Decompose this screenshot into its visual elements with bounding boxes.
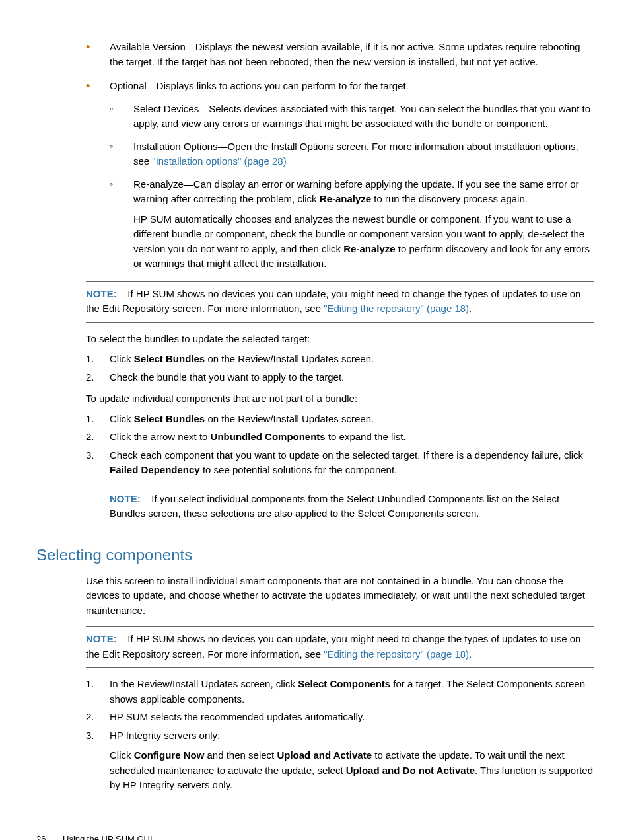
list-item: 2.Click the arrow next to Unbundled Comp… — [86, 430, 594, 445]
bold-text: Unbundled Components — [211, 431, 326, 442]
bold-text: Re-analyze — [343, 243, 395, 254]
list-number: 3. — [86, 728, 94, 744]
bullet-text: to run the discovery process again. — [371, 193, 528, 204]
list-item: 1.Click Select Bundles on the Review/Ins… — [86, 352, 594, 367]
bullet-text: Optional—Displays links to actions you c… — [110, 80, 409, 91]
paragraph: To select the bundles to update the sele… — [86, 332, 594, 347]
list-item: 2.Check the bundle that you want to appl… — [86, 370, 594, 385]
bold-text: Select Bundles — [134, 353, 205, 364]
text: In the Review/Install Updates screen, cl… — [110, 678, 298, 689]
bold-text: Re-analyze — [320, 193, 371, 204]
note-text: . — [469, 648, 472, 660]
text: HP Integrity servers only: — [110, 730, 220, 741]
note-text: . — [469, 303, 472, 314]
text: Check the bundle that you want to apply … — [110, 371, 344, 383]
list-item: 3.HP Integrity servers only: Click Confi… — [86, 728, 594, 793]
link-install-options[interactable]: "Installation options" (page 28) — [152, 155, 286, 167]
bold-text: Upload and Activate — [277, 749, 372, 761]
bullet-install-options: Installation Options—Open the Install Op… — [110, 139, 594, 169]
bullet-available-version: Available Version—Displays the newest ve… — [86, 40, 594, 69]
list-number: 1. — [86, 677, 94, 692]
text: Click the arrow next to — [110, 431, 211, 442]
bullet-optional: Optional—Displays links to actions you c… — [86, 79, 594, 272]
note-box: NOTE: If you select individual component… — [110, 486, 594, 527]
ordered-list-select-components: 1.In the Review/Install Updates screen, … — [86, 677, 594, 793]
text: and then select — [204, 749, 277, 761]
list-item: 3.Check each component that you want to … — [86, 448, 594, 478]
list-item: 1.Click Select Bundles on the Review/Ins… — [86, 412, 594, 427]
bold-text: Select Bundles — [134, 413, 205, 424]
text: Click — [110, 749, 134, 761]
bullet-select-devices: Select Devices—Selects devices associate… — [110, 102, 594, 132]
text: to expand the list. — [326, 431, 406, 442]
list-number: 1. — [86, 412, 94, 427]
bold-text: Failed Dependency — [110, 464, 200, 475]
bold-text: Select Components — [298, 678, 390, 689]
inner-bullet-list: Select Devices—Selects devices associate… — [110, 102, 594, 272]
ordered-list-components: 1.Click Select Bundles on the Review/Ins… — [86, 412, 594, 478]
note-label: NOTE: — [86, 288, 117, 299]
heading-selecting-components: Selecting components — [36, 543, 594, 567]
text: Click — [110, 413, 134, 424]
text: Check each component that you want to up… — [110, 449, 583, 461]
link-editing-repository[interactable]: "Editing the repository" (page 18) — [324, 303, 469, 314]
list-number: 3. — [86, 448, 94, 463]
list-number: 1. — [86, 352, 94, 367]
text: on the Review/Install Updates screen. — [205, 413, 374, 424]
list-item: 1.In the Review/Install Updates screen, … — [86, 677, 594, 706]
note-text: If you select individual components from… — [110, 493, 559, 519]
link-editing-repository[interactable]: "Editing the repository" (page 18) — [324, 648, 469, 660]
list-number: 2. — [86, 710, 94, 725]
bullet-reanalyze: Re-analyze—Can display an error or warni… — [110, 177, 594, 272]
note-box: NOTE: If HP SUM shows no devices you can… — [86, 626, 594, 668]
text: HP SUM selects the recommended updates a… — [110, 711, 365, 722]
list-number: 2. — [86, 370, 94, 385]
list-number: 2. — [86, 430, 94, 445]
list-item: 2.HP SUM selects the recommended updates… — [86, 710, 594, 725]
bullet-text: Select Devices—Selects devices associate… — [133, 103, 590, 130]
ordered-list-bundles: 1.Click Select Bundles on the Review/Ins… — [86, 352, 594, 385]
note-label: NOTE: — [86, 633, 117, 644]
text: Click — [110, 353, 134, 364]
note-label: NOTE: — [110, 493, 141, 504]
text: on the Review/Install Updates screen. — [205, 353, 374, 364]
bullet-text: Available Version—Displays the newest ve… — [110, 41, 580, 67]
note-box: NOTE: If HP SUM shows no devices you can… — [86, 281, 594, 323]
bold-text: Upload and Do not Activate — [346, 765, 475, 776]
paragraph: Use this screen to install individual sm… — [86, 574, 594, 619]
page-number: 26 — [36, 833, 46, 841]
text: to see potential solutions for the compo… — [200, 464, 398, 475]
outer-bullet-list: Available Version—Displays the newest ve… — [86, 40, 594, 272]
bold-text: Configure Now — [134, 749, 205, 761]
paragraph: To update individual components that are… — [86, 391, 594, 406]
chapter-title: Using the HP SUM GUI — [63, 833, 153, 841]
sub-paragraph: HP SUM automatically chooses and analyze… — [133, 212, 594, 272]
sub-paragraph: Click Configure Now and then select Uplo… — [110, 748, 594, 793]
